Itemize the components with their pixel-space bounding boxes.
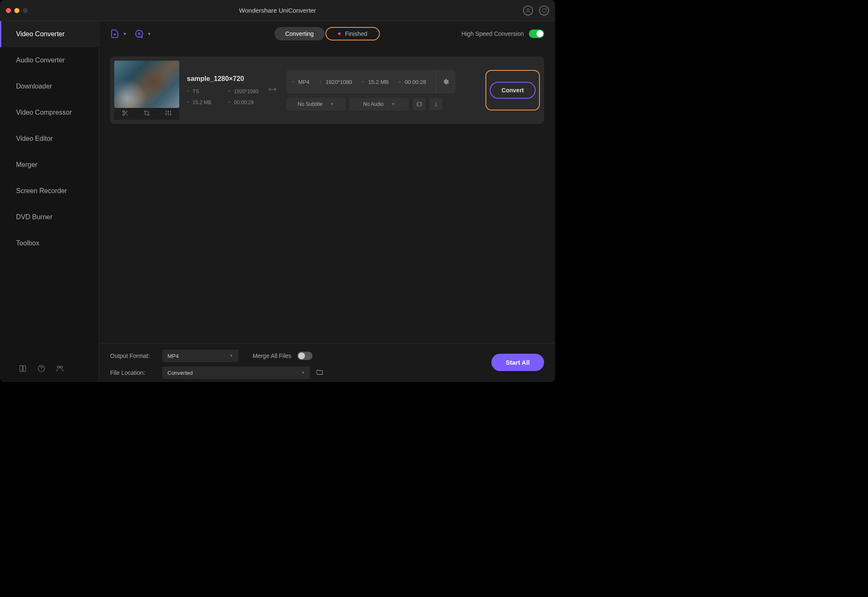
svg-point-3	[60, 366, 62, 368]
source-format: TS	[187, 89, 211, 94]
svg-point-7	[123, 114, 124, 116]
file-location-label: File Location:	[110, 369, 156, 376]
svg-point-2	[57, 366, 59, 368]
subtitle-value: No Subtitle	[298, 101, 323, 107]
svg-point-0	[527, 8, 529, 11]
maximize-window-button[interactable]	[23, 8, 28, 13]
sidebar-item-label: Merger	[16, 161, 38, 169]
messages-icon[interactable]	[539, 5, 549, 16]
crop-button[interactable]	[136, 106, 157, 120]
open-folder-button[interactable]	[316, 368, 323, 377]
app-title: Wondershare UniConverter	[239, 7, 316, 14]
sidebar-item-screen-recorder[interactable]: Screen Recorder	[0, 178, 99, 204]
add-dvd-button[interactable]: ▼	[135, 29, 151, 38]
toolbar: ▼ ▼ Converting Finished High Speed Conve…	[99, 21, 555, 46]
sidebar: Video Converter Audio Converter Download…	[0, 21, 99, 382]
merge-all-toggle[interactable]	[297, 352, 313, 360]
convert-arrow-icon	[268, 85, 277, 96]
sidebar-item-downloader[interactable]: Downloader	[0, 73, 99, 100]
chevron-down-icon: ▼	[123, 32, 127, 36]
start-all-label: Start All	[506, 359, 530, 366]
help-icon[interactable]	[37, 364, 46, 374]
sidebar-item-video-converter[interactable]: Video Converter	[0, 21, 99, 47]
target-duration: 00:00:28	[399, 79, 426, 85]
audio-value: No Audio	[363, 101, 384, 107]
footer: Output Format: MP4 ▼ Merge All Files Fil…	[99, 343, 555, 382]
merge-all-label: Merge All Files	[253, 352, 291, 359]
svg-point-5	[138, 33, 140, 35]
app-window: Wondershare UniConverter Video Converter…	[0, 0, 555, 382]
sidebar-item-label: Downloader	[16, 83, 52, 90]
tab-converting[interactable]: Converting	[274, 27, 325, 40]
titlebar: Wondershare UniConverter	[0, 0, 555, 21]
chevron-down-icon: ▼	[391, 102, 395, 106]
sidebar-item-merger[interactable]: Merger	[0, 152, 99, 178]
file-name: sample_1280×720	[187, 75, 259, 83]
source-size: 15.2 MB	[187, 100, 211, 105]
file-location-value: Converted	[167, 370, 193, 376]
output-format-label: Output Format:	[110, 352, 156, 359]
file-location-dropdown[interactable]: Converted ▼	[162, 366, 310, 379]
video-thumbnail[interactable]	[114, 61, 179, 108]
output-format-value: MP4	[167, 353, 179, 359]
sidebar-item-video-editor[interactable]: Video Editor	[0, 126, 99, 152]
convert-button[interactable]: Convert	[490, 82, 536, 99]
target-resolution: 1920*1080	[320, 79, 352, 85]
sidebar-item-video-compressor[interactable]: Video Compressor	[0, 100, 99, 126]
trim-button[interactable]	[114, 106, 136, 120]
tutorial-icon[interactable]	[19, 364, 27, 374]
sidebar-item-toolbox[interactable]: Toolbox	[0, 230, 99, 256]
target-file-info: MP4 1920*1080 15.2 MB 00:00:28	[286, 70, 456, 94]
tab-finished[interactable]: Finished	[326, 27, 380, 40]
start-all-button[interactable]: Start All	[491, 354, 544, 371]
target-format: MP4	[292, 79, 310, 85]
sidebar-item-label: Toolbox	[16, 239, 39, 247]
community-icon[interactable]	[56, 364, 64, 374]
sidebar-item-label: DVD Burner	[16, 213, 52, 221]
high-speed-label: High Speed Conversion	[461, 30, 524, 37]
subtitle-dropdown[interactable]: No Subtitle ▼	[286, 98, 345, 110]
convert-label: Convert	[501, 87, 524, 94]
settings-button[interactable]	[436, 70, 450, 94]
target-size: 15.2 MB	[362, 79, 389, 85]
source-file-info: sample_1280×720 TS 1920*1080 15.2 MB 00:…	[187, 75, 259, 105]
sidebar-item-audio-converter[interactable]: Audio Converter	[0, 47, 99, 73]
output-format-dropdown[interactable]: MP4 ▼	[162, 350, 238, 362]
chevron-down-icon: ▼	[301, 371, 305, 375]
file-list: sample_1280×720 TS 1920*1080 15.2 MB 00:…	[99, 46, 555, 343]
sidebar-item-dvd-burner[interactable]: DVD Burner	[0, 204, 99, 230]
tab-label: Finished	[345, 30, 367, 37]
convert-highlight: Convert	[485, 70, 540, 110]
effects-button[interactable]	[158, 106, 179, 120]
file-card: sample_1280×720 TS 1920*1080 15.2 MB 00:…	[110, 56, 544, 124]
audio-dropdown[interactable]: No Audio ▼	[350, 98, 409, 110]
source-duration: 00:00:28	[228, 100, 259, 105]
minimize-window-button[interactable]	[14, 8, 19, 13]
sidebar-item-label: Screen Recorder	[16, 187, 67, 195]
tab-label: Converting	[285, 30, 314, 37]
window-controls	[0, 8, 28, 13]
source-resolution: 1920*1080	[228, 89, 259, 94]
sidebar-item-label: Audio Converter	[16, 56, 65, 64]
notification-dot-icon	[338, 32, 341, 35]
chevron-down-icon: ▼	[147, 32, 151, 36]
chevron-down-icon: ▼	[330, 102, 334, 106]
sidebar-item-label: Video Editor	[16, 135, 53, 143]
high-speed-toggle[interactable]	[529, 30, 544, 38]
add-file-button[interactable]: ▼	[110, 29, 127, 38]
sidebar-item-label: Video Compressor	[16, 109, 72, 116]
expand-button[interactable]	[413, 98, 426, 110]
svg-point-6	[123, 110, 124, 112]
chevron-down-icon: ▼	[229, 354, 233, 358]
account-icon[interactable]	[523, 5, 533, 16]
close-window-button[interactable]	[6, 8, 11, 13]
info-button[interactable]: i	[430, 98, 442, 110]
sidebar-item-label: Video Converter	[16, 30, 65, 38]
content-area: ▼ ▼ Converting Finished High Speed Conve…	[99, 21, 555, 382]
